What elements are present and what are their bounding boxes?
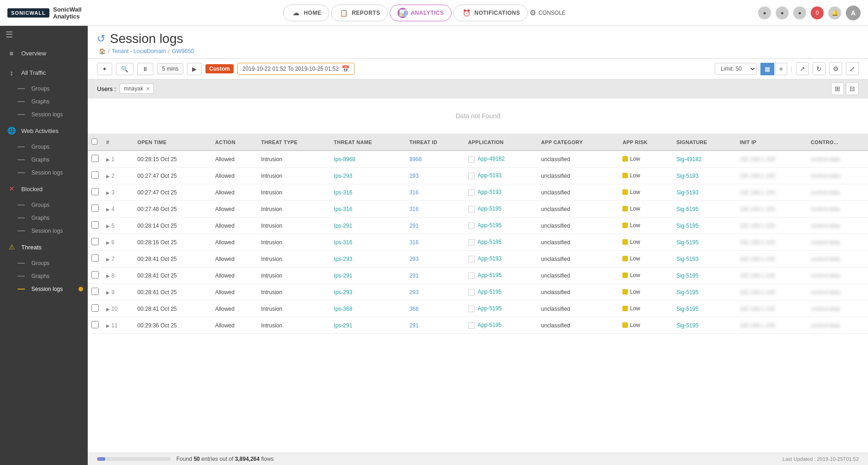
app-checkbox[interactable] (468, 306, 475, 312)
grid-view-button[interactable]: ▦ (760, 63, 774, 75)
app-checkbox[interactable] (468, 322, 475, 329)
row-expand-icon[interactable]: ▶ (106, 240, 110, 245)
threat-name-link[interactable]: Ips-291 (334, 272, 352, 279)
sidebar-item-web-activities[interactable]: 🌐 Web Activities (0, 121, 88, 140)
row-expand-icon[interactable]: ▶ (106, 257, 110, 262)
row-expand-icon[interactable]: ▶ (106, 273, 110, 278)
menu-toggle[interactable]: ☰ (0, 26, 88, 43)
threat-id-link[interactable]: 291 (410, 272, 419, 279)
sidebar-sub-session-at[interactable]: Session logs (0, 108, 88, 121)
app-checkbox[interactable] (468, 272, 475, 279)
col-action[interactable]: ACTION (211, 134, 258, 151)
filter-expand-icon[interactable]: ⊞ (831, 82, 844, 95)
signature-link[interactable]: Sig-49182 (676, 156, 702, 163)
row-checkbox[interactable] (91, 155, 99, 162)
sidebar-sub-session-bl[interactable]: Session logs (0, 224, 88, 237)
threat-name-link[interactable]: Ips-8968 (334, 156, 356, 163)
breadcrumb-gw[interactable]: GW9650 (172, 48, 193, 54)
select-all-checkbox[interactable] (91, 139, 97, 145)
threat-id-link[interactable]: 293 (410, 289, 419, 296)
nav-reports[interactable]: 📋 REPORTS (331, 5, 388, 21)
threat-name-link[interactable]: Ips-316 (334, 239, 352, 246)
row-expand-icon[interactable]: ▶ (106, 307, 110, 312)
signature-link[interactable]: Sig-5195 (676, 206, 699, 212)
row-signature[interactable]: Sig-5193 (673, 184, 736, 201)
application-link[interactable]: App-49182 (477, 156, 505, 162)
application-link[interactable]: App-5195 (477, 322, 501, 328)
nav-icon-2[interactable]: ● (776, 6, 789, 19)
filter-collapse-icon[interactable]: ⊟ (846, 82, 859, 95)
row-signature[interactable]: Sig-5195 (673, 201, 736, 217)
col-threat-type[interactable]: THREAT TYPE (258, 134, 331, 151)
threat-id-link[interactable]: 293 (410, 173, 419, 179)
row-checkbox[interactable] (91, 171, 99, 179)
sidebar-sub-graphs-at[interactable]: Graphs (0, 95, 88, 108)
row-threat-id[interactable]: 291 (406, 267, 464, 284)
app-checkbox[interactable] (468, 289, 475, 296)
threat-name-link[interactable]: Ips-316 (334, 206, 352, 212)
application-link[interactable]: App-5193 (477, 189, 501, 195)
datetime-range[interactable]: 2019-10-22 01:52 To 2019-10-25 01:52 📅 (237, 63, 355, 75)
row-expand-icon[interactable]: ▶ (106, 323, 110, 328)
row-threat-name[interactable]: Ips-293 (330, 168, 406, 184)
app-checkbox[interactable] (468, 239, 475, 246)
row-expand-icon[interactable]: ▶ (106, 207, 110, 212)
sidebar-sub-groups-at[interactable]: Groups (0, 82, 88, 95)
app-checkbox[interactable] (468, 189, 475, 196)
signature-link[interactable]: Sig-5195 (676, 223, 699, 229)
play-button[interactable]: ▶ (187, 63, 202, 75)
row-signature[interactable]: Sig-5193 (673, 168, 736, 184)
row-threat-name[interactable]: Ips-316 (330, 184, 406, 201)
export-button[interactable]: ↗ (796, 62, 809, 75)
threat-id-link[interactable]: 291 (410, 223, 419, 229)
row-signature[interactable]: Sig-5195 (673, 217, 736, 234)
threat-id-link[interactable]: 291 (410, 322, 419, 329)
row-checkbox[interactable] (91, 205, 99, 212)
application-link[interactable]: App-5193 (477, 172, 501, 179)
sidebar-item-overview[interactable]: ≡ Overview (0, 43, 88, 63)
app-checkbox[interactable] (468, 223, 475, 229)
app-checkbox[interactable] (468, 256, 475, 262)
sidebar-sub-groups-bl[interactable]: Groups (0, 199, 88, 211)
app-checkbox[interactable] (468, 173, 475, 179)
sidebar-sub-graphs-th[interactable]: Graphs (0, 270, 88, 283)
row-checkbox[interactable] (91, 271, 99, 278)
row-threat-id[interactable]: 293 (406, 284, 464, 301)
sidebar-sub-groups-th[interactable]: Groups (0, 257, 88, 270)
alert-icon[interactable]: 0 (811, 6, 824, 19)
row-signature[interactable]: Sig-5195 (673, 284, 736, 301)
row-checkbox[interactable] (91, 188, 99, 195)
sidebar-item-all-traffic[interactable]: ↕ All Traffic (0, 63, 88, 82)
nav-home[interactable]: ☁ HOME (283, 5, 329, 21)
application-link[interactable]: App-5193 (477, 255, 501, 262)
row-checkbox[interactable] (91, 321, 99, 328)
row-checkbox[interactable] (91, 304, 99, 312)
sidebar-sub-session-wa[interactable]: Session logs (0, 166, 88, 179)
signature-link[interactable]: Sig-5195 (676, 272, 699, 279)
nav-icon-1[interactable]: ● (758, 6, 771, 19)
row-threat-id[interactable]: 291 (406, 217, 464, 234)
col-app-risk[interactable]: APP RISK (619, 134, 672, 151)
sidebar-sub-graphs-wa[interactable]: Graphs (0, 153, 88, 166)
application-link[interactable]: App-5195 (477, 289, 501, 295)
back-button[interactable]: ↺ (97, 33, 105, 45)
row-signature[interactable]: Sig-49182 (673, 151, 736, 168)
threat-id-link[interactable]: 368 (410, 306, 419, 312)
app-checkbox[interactable] (468, 156, 475, 163)
row-threat-name[interactable]: Ips-291 (330, 317, 406, 334)
expand-button[interactable]: ⤢ (846, 62, 859, 75)
row-signature[interactable]: Sig-5195 (673, 317, 736, 334)
row-threat-name[interactable]: Ips-291 (330, 217, 406, 234)
row-threat-id[interactable]: 293 (406, 251, 464, 267)
console-btn[interactable]: ⚙ CONSOLE (530, 8, 566, 17)
threat-id-link[interactable]: 316 (410, 206, 419, 212)
row-threat-name[interactable]: Ips-368 (330, 301, 406, 317)
row-threat-id[interactable]: 316 (406, 184, 464, 201)
nav-analytics[interactable]: 📊 ANALYTICS (390, 5, 452, 21)
row-checkbox[interactable] (91, 221, 99, 229)
threat-id-link[interactable]: 8968 (410, 156, 422, 163)
list-view-button[interactable]: ≡ (775, 63, 787, 75)
col-app-category[interactable]: APP CATEGORY (537, 134, 619, 151)
row-signature[interactable]: Sig-5195 (673, 267, 736, 284)
row-threat-name[interactable]: Ips-316 (330, 234, 406, 251)
